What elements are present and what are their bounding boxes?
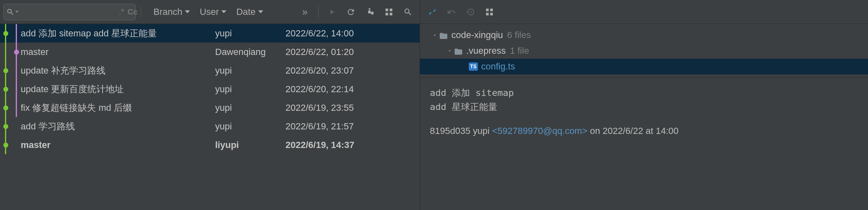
commit-author: yupi: [215, 103, 285, 113]
svg-rect-0: [386, 8, 388, 11]
commit-message: add 添加 sitemap add 星球正能量: [21, 27, 215, 40]
commit-message: update 补充学习路线: [21, 64, 215, 77]
commit-message: master: [21, 140, 215, 150]
commit-row[interactable]: masterliyupi2022/6/19, 14:37: [0, 136, 420, 154]
folder-meta: 1 file: [510, 45, 529, 56]
search-input[interactable]: [20, 7, 116, 16]
commit-author: liyupi: [215, 140, 285, 150]
commit-node-icon: [3, 143, 8, 148]
commit-time: 14:00: [656, 126, 679, 136]
commit-date: 2022/6/19, 21:57: [285, 121, 420, 132]
commit-row[interactable]: fix 修复超链接缺失 md 后缀yupi2022/6/19, 23:55: [0, 98, 420, 117]
svg-rect-4: [486, 8, 489, 11]
commit-node-icon: [3, 68, 8, 73]
commit-row[interactable]: masterDawenqiang2022/6/22, 01:20: [0, 43, 420, 61]
file-name: config.ts: [481, 61, 515, 72]
commit-message: update 更新百度统计地址: [21, 83, 215, 95]
cherry-pick-button[interactable]: [362, 4, 378, 20]
commit-author: Dawenqiang: [215, 47, 285, 57]
commit-date: 2022/6/22: [603, 126, 643, 136]
date-filter[interactable]: Date: [236, 7, 263, 17]
history-button[interactable]: [462, 4, 479, 20]
tree-folder-root[interactable]: code-xingqiu 6 files: [420, 27, 868, 43]
regex-toggle[interactable]: .*: [119, 7, 124, 17]
user-filter[interactable]: User: [200, 7, 226, 17]
commit-date: 2022/6/22, 14:00: [285, 28, 420, 39]
refresh-button[interactable]: [343, 4, 359, 20]
branch-filter[interactable]: Branch: [153, 7, 190, 17]
collapse-changes-button[interactable]: [424, 4, 441, 20]
svg-rect-1: [390, 8, 392, 11]
run-button[interactable]: [324, 4, 340, 20]
svg-rect-2: [386, 12, 388, 15]
separator: [318, 6, 319, 18]
commit-graph: [0, 61, 21, 80]
match-case-toggle[interactable]: Cc: [127, 7, 137, 17]
git-log-panel: .* Cc Branch User Date: [0, 0, 420, 210]
changed-files-tree: code-xingqiu 6 files .vuepress 1 file TS…: [420, 24, 868, 78]
commit-node-icon: [3, 87, 8, 92]
user-filter-label: User: [200, 7, 219, 17]
find-button[interactable]: [400, 4, 416, 20]
more-filters-button[interactable]: [297, 4, 313, 20]
tree-folder-vuepress[interactable]: .vuepress 1 file: [420, 43, 868, 59]
commit-author: yupi: [473, 126, 489, 136]
commit-msg-line: add 添加 sitemap: [430, 86, 858, 100]
commit-author: yupi: [215, 28, 285, 39]
commit-row[interactable]: update 更新百度统计地址yupi2022/6/20, 22:14: [0, 80, 420, 98]
commit-email[interactable]: <592789970@qq.com>: [492, 126, 587, 136]
typescript-icon: TS: [469, 62, 478, 71]
commit-message: add 学习路线: [21, 120, 215, 133]
svg-rect-3: [390, 12, 392, 15]
chevron-down-icon: [221, 10, 226, 13]
commit-list: add 添加 sitemap add 星球正能量yupi2022/6/22, 1…: [0, 24, 420, 210]
tree-file-config[interactable]: TS config.ts: [420, 59, 868, 74]
commit-date: 2022/6/19, 14:37: [285, 140, 420, 150]
log-toolbar: .* Cc Branch User Date: [0, 0, 420, 24]
commit-graph: [0, 117, 21, 136]
commit-msg-line: add 星球正能量: [430, 100, 858, 114]
commit-message-panel: add 添加 sitemap add 星球正能量 8195d035 yupi <…: [420, 78, 868, 146]
commit-detail-panel: code-xingqiu 6 files .vuepress 1 file TS…: [420, 0, 868, 210]
svg-rect-7: [490, 12, 493, 15]
commit-graph: [0, 24, 21, 43]
folder-meta: 6 files: [507, 30, 531, 41]
commit-node-icon: [3, 31, 8, 36]
commit-graph: [0, 98, 21, 117]
commit-graph: [0, 43, 21, 61]
commit-date: 2022/6/19, 23:55: [285, 103, 420, 113]
folder-name: .vuepress: [466, 45, 506, 56]
commit-date: 2022/6/20, 23:07: [285, 65, 420, 76]
commit-row[interactable]: add 添加 sitemap add 星球正能量yupi2022/6/22, 1…: [0, 24, 420, 43]
search-dropdown-chevron-icon[interactable]: [15, 11, 19, 13]
commit-message: fix 修复超链接缺失 md 后缀: [21, 102, 215, 114]
commit-meta: 8195d035 yupi <592789970@qq.com> on 2022…: [430, 124, 858, 138]
undo-button[interactable]: [443, 4, 460, 20]
search-icon: [6, 4, 14, 20]
folder-icon: [454, 47, 463, 55]
commit-date: 2022/6/22, 01:20: [285, 47, 420, 57]
search-box[interactable]: .* Cc: [3, 4, 136, 20]
commit-hash: 8195d035: [430, 126, 470, 136]
folder-name: code-xingqiu: [451, 30, 503, 41]
commit-date: 2022/6/20, 22:14: [285, 84, 420, 95]
separator: [141, 6, 141, 18]
group-by-button[interactable]: [481, 4, 498, 20]
chevron-down-icon: [258, 10, 263, 13]
view-options-button[interactable]: [381, 4, 397, 20]
svg-rect-6: [486, 12, 489, 15]
commit-node-icon: [14, 50, 19, 55]
commit-author: yupi: [215, 121, 285, 132]
commit-row[interactable]: update 补充学习路线yupi2022/6/20, 23:07: [0, 61, 420, 80]
commit-author: yupi: [215, 84, 285, 95]
chevron-down-icon: [185, 10, 190, 13]
detail-toolbar: [420, 0, 868, 24]
commit-node-icon: [3, 105, 8, 110]
chevron-down-icon: [446, 48, 454, 54]
commit-row[interactable]: add 学习路线yupi2022/6/19, 21:57: [0, 117, 420, 136]
commit-node-icon: [3, 124, 8, 129]
chevron-down-icon: [432, 32, 439, 38]
svg-rect-5: [490, 8, 493, 11]
folder-icon: [439, 31, 448, 39]
double-chevron-icon: [302, 6, 307, 18]
